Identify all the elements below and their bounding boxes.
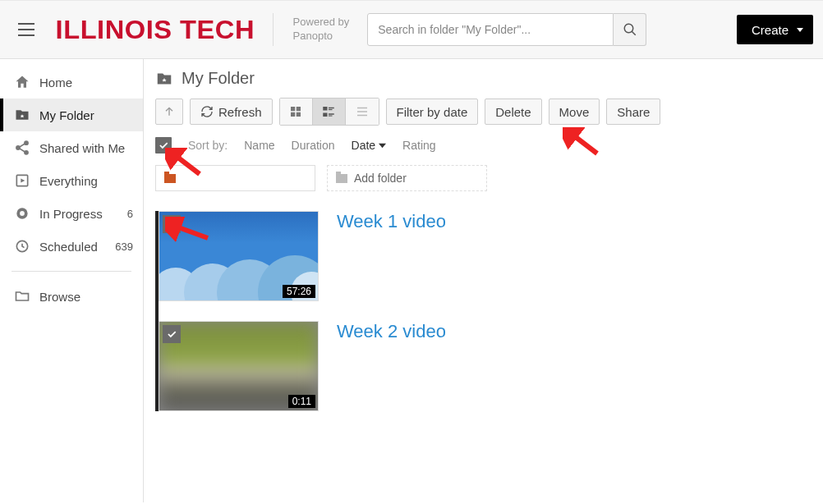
select-all-checkbox[interactable] <box>155 137 172 153</box>
sidebar-item-label: In Progress <box>39 207 103 221</box>
video-thumbnail[interactable]: 0:11 <box>159 321 319 411</box>
sidebar-item-label: Shared with Me <box>39 141 125 155</box>
video-title-link[interactable]: Week 1 video <box>337 211 446 301</box>
sidebar-item-label: My Folder <box>39 108 94 122</box>
refresh-label: Refresh <box>218 105 262 119</box>
search-button[interactable] <box>614 13 646 46</box>
folder-icon <box>13 287 31 305</box>
refresh-button[interactable]: Refresh <box>190 99 273 125</box>
sidebar-item-my-folder[interactable]: My Folder <box>0 99 143 131</box>
sidebar-item-label: Home <box>39 76 72 89</box>
video-title-link[interactable]: Week 2 video <box>337 321 446 411</box>
svg-point-0 <box>624 24 633 33</box>
svg-rect-23 <box>357 115 367 117</box>
caret-down-icon <box>379 142 386 149</box>
svg-rect-14 <box>297 112 301 117</box>
view-list-button[interactable] <box>313 99 346 125</box>
sort-duration[interactable]: Duration <box>292 139 335 152</box>
video-row: 0:11 Week 2 video <box>159 321 812 411</box>
sort-by-label: Sort by: <box>188 139 228 152</box>
search-icon <box>623 22 637 37</box>
video-checkbox[interactable] <box>163 215 181 233</box>
view-grid-button[interactable] <box>280 99 313 125</box>
clock-icon <box>13 237 31 255</box>
share-button[interactable]: Share <box>606 99 660 125</box>
divider <box>273 13 274 46</box>
current-folder-chip[interactable] <box>155 165 315 191</box>
sidebar: Home My Folder Shared with Me Everything… <box>0 59 144 502</box>
share-icon <box>13 139 31 157</box>
search-input[interactable] <box>367 13 614 46</box>
video-checkbox[interactable] <box>163 325 181 343</box>
folder-icon <box>336 174 347 183</box>
sidebar-item-browse[interactable]: Browse <box>0 280 143 313</box>
sidebar-count: 6 <box>127 208 133 220</box>
video-list: 57:26 Week 1 video 0:11 Week 2 video <box>155 211 812 411</box>
starred-folder-icon <box>13 106 31 124</box>
check-icon <box>158 140 169 151</box>
sort-bar: Sort by: Name Duration Date Rating <box>155 137 812 153</box>
menu-icon[interactable] <box>10 13 43 46</box>
toolbar: Refresh Filter by date Delete Move Share <box>155 98 812 126</box>
video-duration: 0:11 <box>288 395 315 408</box>
list-large-icon <box>321 104 336 119</box>
sidebar-item-shared[interactable]: Shared with Me <box>0 131 143 164</box>
sidebar-item-everything[interactable]: Everything <box>0 164 143 197</box>
grid-icon <box>288 104 303 119</box>
record-icon <box>13 204 31 222</box>
svg-rect-19 <box>329 113 334 115</box>
top-bar: ILLINOIS TECH Powered by Panopto Create <box>0 0 823 59</box>
refresh-icon <box>200 105 214 118</box>
caret-down-icon <box>797 28 803 32</box>
sidebar-item-label: Scheduled <box>39 240 98 254</box>
folder-icon <box>164 174 176 183</box>
sidebar-item-home[interactable]: Home <box>0 66 143 99</box>
video-thumbnail[interactable]: 57:26 <box>159 211 319 301</box>
svg-rect-12 <box>297 107 301 111</box>
sidebar-item-in-progress[interactable]: In Progress 6 <box>0 197 143 230</box>
breadcrumb: My Folder <box>155 69 812 88</box>
add-folder-label: Add folder <box>354 172 407 185</box>
search <box>367 13 646 46</box>
svg-rect-22 <box>357 111 367 112</box>
powered-line1: Powered by <box>293 16 350 30</box>
svg-rect-15 <box>323 107 327 111</box>
svg-line-6 <box>20 149 25 152</box>
view-mode-group <box>279 98 379 126</box>
home-icon <box>13 73 31 91</box>
video-duration: 57:26 <box>283 285 315 298</box>
svg-rect-18 <box>323 113 327 117</box>
list-lines-icon <box>355 104 370 119</box>
sort-rating[interactable]: Rating <box>402 139 435 152</box>
sidebar-count: 639 <box>115 241 133 253</box>
svg-rect-11 <box>291 107 295 111</box>
svg-line-1 <box>632 31 636 35</box>
svg-rect-13 <box>291 112 295 117</box>
svg-rect-17 <box>329 109 333 110</box>
sort-name[interactable]: Name <box>244 139 274 152</box>
folder-row: Add folder <box>155 165 812 191</box>
create-button[interactable]: Create <box>737 15 813 44</box>
sidebar-item-label: Everything <box>39 174 98 188</box>
view-detail-button[interactable] <box>346 99 379 125</box>
sort-date[interactable]: Date <box>352 139 387 152</box>
page-title: My Folder <box>182 69 255 88</box>
powered-line2: Panopto <box>293 30 350 44</box>
sidebar-item-label: Browse <box>39 290 80 304</box>
sidebar-divider <box>11 271 131 272</box>
main-content: My Folder Refresh Filter by date Delete … <box>144 59 823 502</box>
up-button[interactable] <box>155 99 183 125</box>
powered-by-label: Powered by Panopto <box>293 16 350 44</box>
add-folder-button[interactable]: Add folder <box>327 165 487 191</box>
move-button[interactable]: Move <box>549 99 600 125</box>
filter-button[interactable]: Filter by date <box>386 99 479 125</box>
check-icon <box>166 218 177 230</box>
svg-point-9 <box>20 211 25 216</box>
delete-button[interactable]: Delete <box>485 99 541 125</box>
logo[interactable]: ILLINOIS TECH <box>56 15 255 45</box>
svg-rect-20 <box>329 116 333 117</box>
sidebar-item-scheduled[interactable]: Scheduled 639 <box>0 230 143 263</box>
play-square-icon <box>13 172 31 190</box>
sort-date-label: Date <box>352 139 376 152</box>
starred-folder-icon <box>155 70 173 88</box>
